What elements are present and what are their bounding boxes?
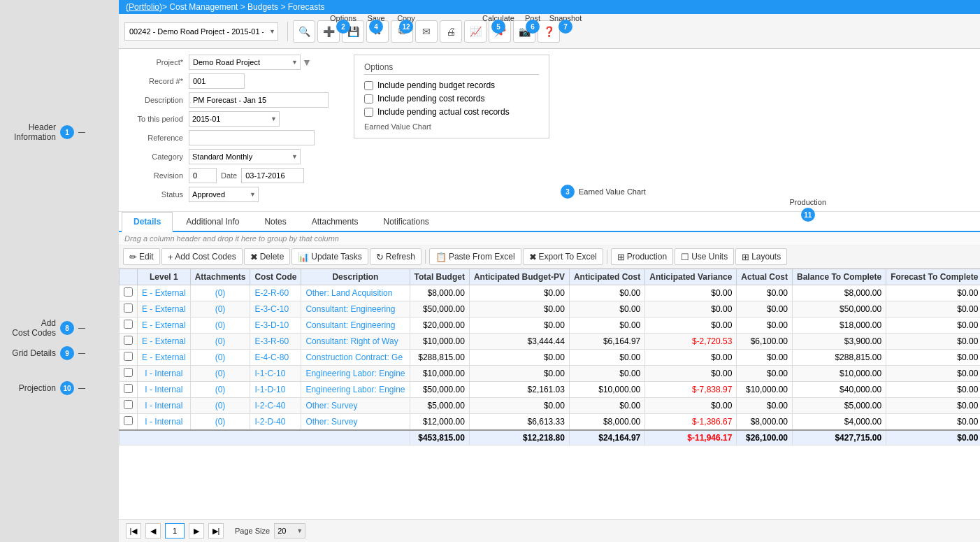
layouts-button[interactable]: ⊞ Layouts (735, 248, 787, 265)
option-pending-cost[interactable] (364, 94, 373, 104)
col-level-header[interactable]: Level 1 (138, 269, 191, 285)
page-prev-button[interactable]: ◀ (145, 523, 161, 539)
row-check-1[interactable] (120, 301, 138, 318)
row-code-7[interactable]: I-2-C-40 (250, 398, 301, 414)
category-select[interactable]: Standard Monthly (189, 149, 301, 164)
tab-additional-info[interactable]: Additional Info (174, 212, 251, 231)
row-desc-6[interactable]: Engineering Labor: Engine (301, 382, 410, 398)
row-budget-6: $50,000.00 (410, 382, 469, 398)
update-tasks-button[interactable]: 📊 Update Tasks (291, 248, 368, 265)
row-desc-2[interactable]: Consultant: Engineering (301, 318, 410, 334)
row-code-4[interactable]: E-4-C-80 (250, 350, 301, 366)
row-level-4[interactable]: E - External (138, 350, 191, 366)
row-level-5[interactable]: I - Internal (138, 366, 191, 382)
row-level-2[interactable]: E - External (138, 318, 191, 334)
col-budget-header[interactable]: Total Budget (410, 269, 469, 285)
row-check-2[interactable] (120, 318, 138, 334)
row-code-0[interactable]: E-2-R-60 (250, 285, 301, 301)
option-pending-budget[interactable] (364, 81, 373, 90)
col-check-header (120, 269, 138, 285)
row-check-6[interactable] (120, 382, 138, 398)
row-desc-4[interactable]: Construction Contract: Ge (301, 350, 410, 366)
page-first-button[interactable]: |◀ (126, 523, 141, 539)
row-budget-1: $50,000.00 (410, 301, 469, 318)
export-to-excel-button[interactable]: ✖ Export To Excel (523, 248, 603, 265)
row-level-8[interactable]: I - Internal (138, 414, 191, 431)
page-number-input[interactable] (165, 523, 185, 539)
col-forecast-header[interactable]: Forecast To Complete (886, 269, 980, 285)
tab-notifications[interactable]: Notifications (371, 212, 440, 231)
tab-attachments[interactable]: Attachments (300, 212, 370, 231)
row-att-4[interactable]: (0) (190, 350, 250, 366)
row-check-3[interactable] (120, 334, 138, 350)
row-desc-5[interactable]: Engineering Labor: Engine (301, 366, 410, 382)
row-balance-3: $3,900.00 (793, 334, 886, 350)
row-code-3[interactable]: E-3-R-60 (250, 334, 301, 350)
row-budget-7: $5,000.00 (410, 398, 469, 414)
description-input[interactable] (189, 92, 329, 108)
project-dropdown-icon[interactable]: ▼ (302, 57, 312, 68)
option-row-1: Include pending budget records (364, 80, 539, 90)
tab-details[interactable]: Details (122, 212, 173, 232)
record-input[interactable] (189, 73, 245, 89)
row-code-5[interactable]: I-1-C-10 (250, 366, 301, 382)
row-code-6[interactable]: I-1-D-10 (250, 382, 301, 398)
row-att-2[interactable]: (0) (190, 318, 250, 334)
row-desc-0[interactable]: Other: Land Acquisition (301, 285, 410, 301)
row-level-1[interactable]: E - External (138, 301, 191, 318)
edit-button[interactable]: ✏ Edit (123, 248, 160, 265)
col-desc-header[interactable]: Description (301, 269, 410, 285)
annotation-header-info: HeaderInformation 1 (0, 122, 85, 143)
date-input[interactable] (241, 168, 304, 183)
col-balance-header[interactable]: Balance To Complete (793, 269, 886, 285)
col-ant-pv-header[interactable]: Anticipated Budget-PV (469, 269, 569, 285)
option-pending-actual[interactable] (364, 108, 373, 117)
page-next-button[interactable]: ▶ (189, 523, 204, 539)
row-desc-8[interactable]: Other: Survey (301, 414, 410, 431)
ev-chart-callout-text: Earned Value Chart (579, 187, 646, 196)
row-check-0[interactable] (120, 285, 138, 301)
status-select[interactable]: Approved (189, 187, 259, 202)
delete-button[interactable]: ✖ Delete (244, 248, 291, 265)
row-balance-7: $5,000.00 (793, 398, 886, 414)
page-size-select[interactable]: 20 50 100 (274, 523, 305, 539)
row-code-1[interactable]: E-3-C-10 (250, 301, 301, 318)
row-check-8[interactable] (120, 414, 138, 431)
row-level-6[interactable]: I - Internal (138, 382, 191, 398)
row-att-6[interactable]: (0) (190, 382, 250, 398)
period-select[interactable]: 2015-01 (189, 111, 280, 127)
col-code-header[interactable]: Cost Code (250, 269, 301, 285)
row-level-3[interactable]: E - External (138, 334, 191, 350)
use-units-button[interactable]: ☐ Use Units (675, 248, 734, 265)
row-level-7[interactable]: I - Internal (138, 398, 191, 414)
revision-input[interactable] (189, 168, 217, 183)
row-check-7[interactable] (120, 398, 138, 414)
row-att-8[interactable]: (0) (190, 414, 250, 431)
row-ant-var-7: $0.00 (645, 398, 737, 414)
row-level-0[interactable]: E - External (138, 285, 191, 301)
production-button[interactable]: ⊞ Production (611, 248, 673, 265)
paste-from-excel-button[interactable]: 📋 Paste From Excel (429, 248, 521, 265)
page-last-button[interactable]: ▶| (208, 523, 224, 539)
row-code-8[interactable]: I-2-D-40 (250, 414, 301, 431)
row-att-7[interactable]: (0) (190, 398, 250, 414)
row-check-4[interactable] (120, 350, 138, 366)
project-input[interactable] (189, 55, 301, 70)
col-ant-cost-header[interactable]: Anticipated Cost (569, 269, 644, 285)
row-desc-1[interactable]: Consultant: Engineering (301, 301, 410, 318)
row-desc-3[interactable]: Consultant: Right of Way (301, 334, 410, 350)
row-att-3[interactable]: (0) (190, 334, 250, 350)
row-desc-7[interactable]: Other: Survey (301, 398, 410, 414)
row-att-5[interactable]: (0) (190, 366, 250, 382)
row-code-2[interactable]: E-3-D-10 (250, 318, 301, 334)
col-att-header[interactable]: Attachments (190, 269, 250, 285)
refresh-button[interactable]: ↻ Refresh (370, 248, 421, 265)
row-check-5[interactable] (120, 366, 138, 382)
col-actual-header[interactable]: Actual Cost (737, 269, 793, 285)
reference-input[interactable] (189, 130, 315, 145)
col-ant-var-header[interactable]: Anticipated Variance (645, 269, 737, 285)
tab-notes[interactable]: Notes (252, 212, 298, 231)
row-att-1[interactable]: (0) (190, 301, 250, 318)
add-cost-codes-button[interactable]: + Add Cost Codes (161, 248, 243, 265)
row-att-0[interactable]: (0) (190, 285, 250, 301)
